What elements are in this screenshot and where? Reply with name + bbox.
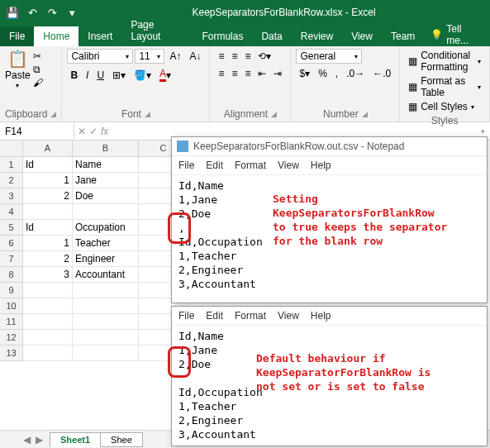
cancel-icon[interactable]: ✕ [78, 126, 86, 137]
border-icon[interactable]: ⊞▾ [109, 68, 129, 83]
tab-view[interactable]: View [342, 26, 382, 46]
menu-file[interactable]: File [178, 310, 194, 322]
name-box[interactable]: F14 [0, 124, 74, 139]
dialog-launcher-icon[interactable]: ◢ [362, 110, 368, 118]
cell[interactable]: Doe [73, 188, 139, 204]
decrease-decimal-icon[interactable]: ←.0 [369, 66, 394, 81]
cell[interactable]: Name [73, 157, 139, 173]
row-header[interactable]: 1 [0, 157, 23, 173]
cell[interactable]: Accountant [73, 267, 139, 283]
col-header[interactable]: B [73, 141, 139, 157]
align-middle-icon[interactable]: ≡ [228, 49, 240, 64]
cell[interactable] [73, 346, 139, 361]
decrease-font-icon[interactable]: A↓ [186, 49, 204, 64]
cell[interactable] [73, 204, 139, 220]
bold-button[interactable]: B [67, 68, 81, 83]
row-header[interactable]: 2 [0, 173, 23, 188]
row-header[interactable]: 7 [0, 251, 23, 267]
cell[interactable] [23, 314, 73, 330]
increase-font-icon[interactable]: A↑ [166, 49, 184, 64]
save-icon[interactable]: 💾 [3, 3, 21, 21]
number-format-select[interactable]: General▾ [296, 49, 362, 64]
paste-button[interactable]: 📋 Paste ▾ [5, 49, 31, 89]
menu-view[interactable]: View [278, 310, 299, 322]
row-header[interactable]: 10 [0, 298, 23, 314]
font-color-icon[interactable]: A▾ [156, 66, 174, 83]
redo-icon[interactable]: ↷ [43, 3, 61, 21]
tab-formulas[interactable]: Formulas [193, 26, 252, 46]
align-right-icon[interactable]: ≡ [241, 66, 254, 81]
cell[interactable]: Engineer [73, 251, 139, 267]
orientation-icon[interactable]: ⟲▾ [255, 49, 274, 64]
cell[interactable]: Jane [73, 173, 139, 188]
menu-file[interactable]: File [178, 160, 194, 171]
align-top-icon[interactable]: ≡ [215, 49, 227, 64]
menu-help[interactable]: Help [311, 310, 331, 322]
cell[interactable] [23, 346, 73, 361]
row-header[interactable]: 13 [0, 346, 23, 361]
fill-color-icon[interactable]: 🪣▾ [131, 68, 155, 83]
col-header[interactable]: A [23, 141, 73, 157]
tab-review[interactable]: Review [292, 26, 342, 46]
enter-icon[interactable]: ✓ [89, 126, 98, 137]
row-header[interactable]: 4 [0, 204, 23, 220]
cell[interactable] [23, 330, 73, 346]
sheet-nav-prev-icon[interactable]: ◀ [23, 434, 31, 446]
sheet-tab[interactable]: Shee [100, 432, 143, 447]
italic-button[interactable]: I [83, 68, 92, 83]
menu-view[interactable]: View [278, 160, 299, 171]
dialog-launcher-icon[interactable]: ◢ [145, 110, 150, 118]
undo-icon[interactable]: ↶ [23, 3, 41, 21]
cell[interactable]: 1 [23, 236, 73, 251]
row-header[interactable]: 9 [0, 283, 23, 298]
tab-page-layout[interactable]: Page Layout [121, 15, 193, 46]
qat-more-icon[interactable]: ▾ [63, 3, 81, 21]
cell[interactable]: Id [23, 220, 73, 236]
dialog-launcher-icon[interactable]: ◢ [271, 110, 277, 118]
cell-styles-button[interactable]: ▦Cell Styles▾ [405, 100, 484, 113]
row-header[interactable]: 8 [0, 267, 23, 283]
row-header[interactable]: 11 [0, 314, 23, 330]
cut-icon[interactable]: ✂ [33, 50, 43, 62]
row-header[interactable]: 12 [0, 330, 23, 346]
cell[interactable]: 2 [23, 188, 73, 204]
tell-me-search[interactable]: 💡Tell me... [424, 23, 490, 46]
indent-decrease-icon[interactable]: ⇤ [255, 66, 269, 81]
row-header[interactable]: 3 [0, 188, 23, 204]
tab-data[interactable]: Data [252, 26, 291, 46]
align-left-icon[interactable]: ≡ [215, 66, 227, 81]
tab-home[interactable]: Home [34, 26, 78, 46]
tab-file[interactable]: File [0, 26, 34, 46]
menu-format[interactable]: Format [235, 310, 266, 322]
cell[interactable]: 2 [23, 251, 73, 267]
cell[interactable] [73, 314, 139, 330]
cell[interactable]: 1 [23, 173, 73, 188]
font-name-select[interactable]: Calibri▾ [67, 49, 133, 64]
cell[interactable]: Teacher [73, 236, 139, 251]
tab-team[interactable]: Team [382, 26, 424, 46]
cell[interactable] [73, 283, 139, 298]
formula-bar[interactable] [112, 130, 476, 133]
cell[interactable] [73, 330, 139, 346]
select-all-corner[interactable] [0, 141, 23, 157]
cell[interactable] [23, 283, 73, 298]
align-center-icon[interactable]: ≡ [228, 66, 240, 81]
menu-edit[interactable]: Edit [206, 160, 223, 171]
sheet-nav-next-icon[interactable]: ▶ [36, 434, 43, 446]
cell[interactable] [73, 298, 139, 314]
cell[interactable]: Occupation [73, 220, 139, 236]
format-painter-icon[interactable]: 🖌 [33, 77, 43, 88]
row-header[interactable]: 6 [0, 236, 23, 251]
expand-formula-bar-icon[interactable]: ▾ [476, 127, 490, 136]
copy-icon[interactable]: ⧉ [33, 64, 43, 75]
sheet-tab[interactable]: Sheet1 [50, 432, 101, 447]
tab-insert[interactable]: Insert [78, 26, 121, 46]
cell[interactable]: 3 [23, 267, 73, 283]
menu-edit[interactable]: Edit [206, 310, 223, 322]
menu-help[interactable]: Help [311, 160, 331, 171]
dialog-launcher-icon[interactable]: ◢ [50, 110, 56, 118]
comma-icon[interactable]: , [332, 66, 341, 81]
cell[interactable] [23, 204, 73, 220]
percent-icon[interactable]: % [315, 66, 331, 81]
cell[interactable]: Id [23, 157, 73, 173]
